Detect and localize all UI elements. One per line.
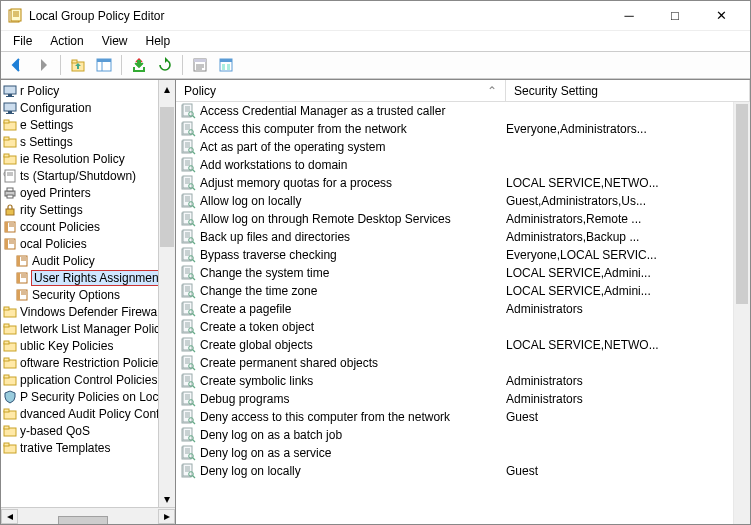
tree-item[interactable]: User Rights Assignment (1, 269, 175, 286)
tree-item[interactable]: e Settings (1, 116, 175, 133)
policy-row[interactable]: Adjust memory quotas for a processLOCAL … (176, 174, 750, 192)
tree-item-label: oyed Printers (20, 186, 91, 200)
svg-rect-31 (4, 154, 9, 157)
folder-icon (3, 135, 17, 149)
policy-row[interactable]: Allow log on locallyGuest,Administrators… (176, 192, 750, 210)
tree-item[interactable]: Configuration (1, 99, 175, 116)
tree-item[interactable]: ublic Key Policies (1, 337, 175, 354)
svg-rect-216 (183, 464, 192, 476)
svg-line-179 (193, 368, 196, 371)
policy-row[interactable]: Allow log on through Remote Desktop Serv… (176, 210, 750, 228)
tree-item[interactable]: ccount Policies (1, 218, 175, 235)
svg-line-151 (193, 296, 196, 299)
tree-item[interactable]: dvanced Audit Policy Confi( (1, 405, 175, 422)
policy-row[interactable]: Create a token object (176, 318, 750, 336)
policy-name: Create global objects (200, 338, 506, 352)
tree-item[interactable]: Audit Policy (1, 252, 175, 269)
menu-help[interactable]: Help (138, 32, 179, 50)
policy-row[interactable]: Create symbolic linksAdministrators (176, 372, 750, 390)
scroll-up-icon[interactable]: ▴ (159, 80, 175, 97)
show-hide-tree-button[interactable] (92, 54, 116, 76)
back-button[interactable] (5, 54, 29, 76)
svg-rect-56 (17, 290, 20, 300)
policy-row[interactable]: Deny log on as a service (176, 444, 750, 462)
properties-button[interactable] (188, 54, 212, 76)
folder-icon (3, 407, 17, 421)
tree-horizontal-scrollbar[interactable]: ◂ ▸ (1, 507, 175, 524)
folder-icon (3, 118, 17, 132)
svg-line-116 (193, 206, 196, 209)
policy-name: Deny log on as a batch job (200, 428, 506, 442)
scroll-right-icon[interactable]: ▸ (158, 509, 175, 524)
svg-line-214 (193, 458, 196, 461)
minimize-button[interactable]: ─ (606, 1, 652, 31)
scroll-down-icon[interactable]: ▾ (159, 490, 175, 507)
tree-item[interactable]: y-based QoS (1, 422, 175, 439)
policy-list[interactable]: Access Credential Manager as a trusted c… (176, 102, 750, 524)
scroll-thumb[interactable] (58, 516, 108, 524)
policy-icon (180, 103, 196, 119)
svg-rect-146 (183, 284, 192, 296)
tree-item[interactable]: pplication Control Policies (1, 371, 175, 388)
policy-row[interactable]: Deny log on as a batch job (176, 426, 750, 444)
tree-item[interactable]: rity Settings (1, 201, 175, 218)
tree-item[interactable]: oftware Restriction Policies (1, 354, 175, 371)
svg-rect-27 (4, 120, 9, 123)
policy-row[interactable]: Act as part of the operating system (176, 138, 750, 156)
policy-row[interactable]: Deny log on locallyGuest (176, 462, 750, 480)
export-button[interactable] (127, 54, 151, 76)
policy-row[interactable]: Change the system timeLOCAL SERVICE,Admi… (176, 264, 750, 282)
menu-file[interactable]: File (5, 32, 40, 50)
scroll-thumb[interactable] (160, 107, 174, 247)
scroll-thumb[interactable] (736, 104, 748, 304)
column-header-security[interactable]: Security Setting (506, 80, 750, 101)
policy-row[interactable]: Add workstations to domain (176, 156, 750, 174)
scroll-left-icon[interactable]: ◂ (1, 509, 18, 524)
tree-item[interactable]: letwork List Manager Policie: (1, 320, 175, 337)
svg-rect-153 (183, 302, 192, 314)
shield-icon (3, 390, 17, 404)
policy-row[interactable]: Debug programsAdministrators (176, 390, 750, 408)
svg-rect-118 (183, 212, 192, 224)
tree-item[interactable]: trative Templates (1, 439, 175, 456)
policy-row[interactable]: Create global objectsLOCAL SERVICE,NETWO… (176, 336, 750, 354)
list-vertical-scrollbar[interactable] (733, 102, 750, 524)
svg-rect-104 (183, 176, 192, 188)
policy-row[interactable]: Bypass traverse checkingEveryone,LOCAL S… (176, 246, 750, 264)
filter-button[interactable] (214, 54, 238, 76)
policy-setting: Administrators (506, 392, 750, 406)
menu-view[interactable]: View (94, 32, 136, 50)
close-button[interactable]: ✕ (698, 1, 744, 31)
tree-item[interactable]: s Settings (1, 133, 175, 150)
forward-button[interactable] (31, 54, 55, 76)
tree-item[interactable]: r Policy (1, 82, 175, 99)
up-button[interactable] (66, 54, 90, 76)
policy-name: Bypass traverse checking (200, 248, 506, 262)
tree-item[interactable]: ie Resolution Policy (1, 150, 175, 167)
tree-pane: r PolicyConfiguratione Settingss Setting… (1, 80, 176, 524)
policy-row[interactable]: Back up files and directoriesAdministrat… (176, 228, 750, 246)
policy-row[interactable]: Create permanent shared objects (176, 354, 750, 372)
policy-row[interactable]: Change the time zoneLOCAL SERVICE,Admini… (176, 282, 750, 300)
svg-rect-18 (222, 64, 225, 70)
tree-item[interactable]: ts (Startup/Shutdown) (1, 167, 175, 184)
tree-item[interactable]: ocal Policies (1, 235, 175, 252)
tree-item[interactable]: Vindows Defender Firewall w (1, 303, 175, 320)
svg-rect-90 (183, 140, 192, 152)
tree-vertical-scrollbar[interactable]: ▴ ▾ (158, 80, 175, 507)
policy-row[interactable]: Create a pagefileAdministrators (176, 300, 750, 318)
tree-item[interactable]: P Security Policies on Local C (1, 388, 175, 405)
policy-row[interactable]: Deny access to this computer from the ne… (176, 408, 750, 426)
computer-icon (3, 84, 17, 98)
policy-row[interactable]: Access Credential Manager as a trusted c… (176, 102, 750, 120)
tree-item[interactable]: Security Options (1, 286, 175, 303)
column-header-policy[interactable]: Policy ⌃ (176, 80, 506, 101)
policy-row[interactable]: Access this computer from the networkEve… (176, 120, 750, 138)
refresh-button[interactable] (153, 54, 177, 76)
maximize-button[interactable]: □ (652, 1, 698, 31)
menu-action[interactable]: Action (42, 32, 91, 50)
tree[interactable]: r PolicyConfiguratione Settingss Setting… (1, 80, 175, 507)
svg-rect-12 (194, 59, 206, 62)
tree-item[interactable]: oyed Printers (1, 184, 175, 201)
tree-item-label: pplication Control Policies (20, 373, 157, 387)
